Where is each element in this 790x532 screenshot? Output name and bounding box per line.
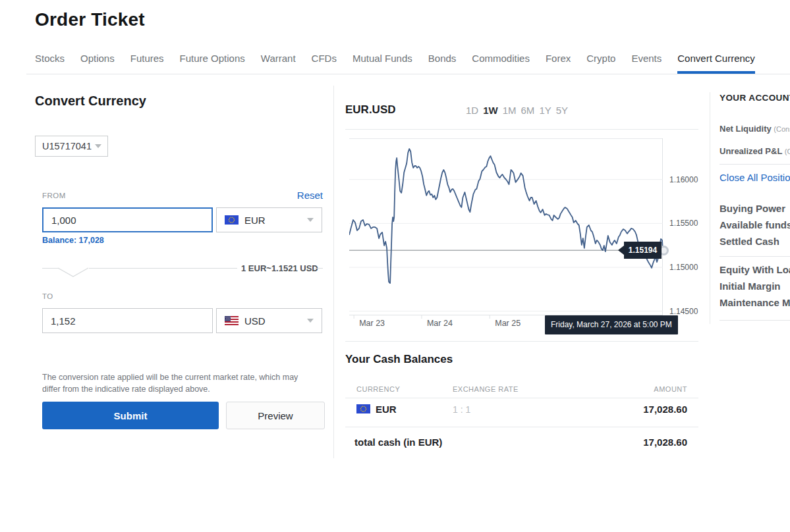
row-amount: 17,028.60 [643, 404, 687, 415]
table-total-row: total cash (in EUR) 17,028.60 [345, 435, 698, 451]
unrealized-pnl-row: Unrealized P&L (Consolidated) [719, 145, 790, 157]
divider [719, 320, 790, 321]
reset-link[interactable]: Reset [257, 190, 323, 201]
tab-commodities[interactable]: Commodities [472, 53, 530, 74]
y-axis-tick-label: 1.15500 [669, 219, 698, 228]
tab-cfds[interactable]: CFDs [312, 53, 337, 74]
divider [719, 164, 790, 165]
total-cash-label: total cash (in EUR) [354, 437, 442, 448]
y-axis-tick-label: 1.16000 [669, 175, 698, 184]
from-amount-input[interactable] [42, 207, 213, 232]
divider [345, 398, 698, 398]
price-line-series [349, 149, 663, 283]
timeframe-5y[interactable]: 5Y [556, 105, 568, 116]
to-currency-value: USD [244, 315, 266, 327]
conversion-disclaimer: The conversion rate applied will be the … [42, 371, 307, 395]
tab-stocks[interactable]: Stocks [35, 53, 65, 74]
tab-bar: StocksOptionsFuturesFuture OptionsWarran… [26, 53, 790, 74]
unrealized-pnl-label: Unrealized P&L [719, 146, 785, 156]
timeframe-1w[interactable]: 1W [483, 105, 498, 116]
close-all-positions-link[interactable]: Close All Positions [719, 172, 790, 183]
chart-y-axis-labels: 1.160001.155001.150001.14500 [669, 138, 709, 315]
tab-events[interactable]: Events [631, 53, 662, 74]
tab-warrant[interactable]: Warrant [261, 53, 296, 74]
submit-button[interactable]: Submit [42, 402, 219, 429]
metric-settled-cash: Settled Cash [719, 236, 779, 247]
eu-flag-icon [225, 215, 239, 225]
rate-divider-right [315, 268, 323, 269]
account-select[interactable]: U15717041 [35, 136, 108, 157]
rate-divider-chevron-icon [58, 267, 89, 278]
chart-date-tooltip: Friday, March 27, 2026 at 5:00 PM [545, 315, 678, 334]
divider [719, 256, 790, 257]
metric-equity-with-loan: Equity With Loan [719, 264, 790, 275]
tab-futures[interactable]: Futures [130, 53, 164, 74]
divider [345, 341, 698, 342]
chevron-down-icon [307, 218, 314, 222]
preview-button[interactable]: Preview [226, 402, 325, 429]
panel-divider [333, 86, 334, 458]
total-cash-amount: 17,028.60 [643, 437, 687, 448]
metric-maintenance-margin: Maintenance Margin [719, 297, 790, 308]
net-liquidity-row: Net Liquidity (Consolidated) [719, 122, 790, 134]
eu-flag-icon [356, 404, 370, 413]
tab-forex[interactable]: Forex [546, 53, 571, 74]
table-row: EUR 1 : 1 17,028.60 [345, 402, 698, 422]
cash-balances-heading: Your Cash Balances [345, 353, 453, 366]
from-currency-value: EUR [244, 215, 266, 226]
column-currency: CURRENCY [356, 385, 400, 393]
convert-currency-heading: Convert Currency [35, 93, 146, 109]
timeframe-1y[interactable]: 1Y [539, 105, 551, 116]
balance-text: Balance: 17,028 [42, 236, 104, 245]
to-currency-select[interactable]: USD [216, 308, 322, 333]
metric-initial-margin: Initial Margin [719, 280, 781, 292]
tab-options[interactable]: Options [80, 53, 115, 74]
to-label: TO [42, 292, 53, 300]
net-liquidity-label: Net Liquidity [719, 124, 774, 134]
divider [345, 427, 698, 427]
price-chart[interactable] [349, 138, 664, 321]
timeframe-6m[interactable]: 6M [521, 105, 535, 116]
tab-bonds[interactable]: Bonds [428, 53, 457, 74]
from-currency-select[interactable]: EUR [216, 207, 322, 232]
timeframe-1m[interactable]: 1M [503, 105, 517, 116]
column-exchange-rate: EXCHANGE RATE [453, 385, 519, 393]
metric-buying-power: Buying Power [719, 203, 785, 214]
tab-convert-currency[interactable]: Convert Currency [677, 53, 755, 74]
column-amount: AMOUNT [654, 385, 687, 393]
account-select-value: U15717041 [42, 141, 92, 151]
us-flag-icon [225, 316, 239, 325]
indicative-rate-text: 1 EUR~1.1521 USD [241, 263, 318, 273]
net-liquidity-suffix: (Consolidated) [774, 125, 790, 133]
x-axis-tick-label: Mar 23 [359, 319, 385, 328]
price-badge-arrow-icon [618, 246, 624, 255]
panel-divider [710, 92, 710, 324]
chart-canvas [349, 138, 664, 321]
to-amount-input[interactable] [42, 308, 213, 333]
chart-symbol: EUR.USD [345, 103, 396, 117]
tab-crypto[interactable]: Crypto [586, 53, 615, 74]
divider [345, 129, 698, 130]
y-axis-tick-label: 1.15000 [669, 263, 698, 272]
chevron-down-icon [307, 319, 314, 323]
row-exchange-rate: 1 : 1 [453, 404, 470, 415]
tab-list: StocksOptionsFuturesFuture OptionsWarran… [26, 53, 790, 74]
row-currency: EUR [376, 404, 397, 415]
unrealized-pnl-suffix: (Consolidated) [785, 147, 790, 155]
rate-divider-left [42, 268, 58, 269]
x-axis-tick-label: Mar 25 [495, 319, 521, 328]
metric-available-funds: Available funds [719, 219, 790, 230]
page-title: Order Ticket [35, 9, 145, 30]
rate-divider-mid [89, 268, 237, 269]
timeframe-selector: 1D1W1M6M1Y5Y [466, 105, 568, 116]
from-label: FROM [42, 192, 66, 200]
x-axis-tick-label: Mar 24 [427, 319, 453, 328]
last-price-badge: 1.15194 [624, 242, 662, 259]
y-axis-tick-label: 1.14500 [669, 307, 698, 316]
your-account-heading: YOUR ACCOUNT [719, 93, 790, 103]
chevron-down-icon [95, 144, 101, 148]
tab-future-options[interactable]: Future Options [180, 53, 245, 74]
timeframe-1d[interactable]: 1D [466, 105, 478, 116]
tab-mutual-funds[interactable]: Mutual Funds [353, 53, 412, 74]
